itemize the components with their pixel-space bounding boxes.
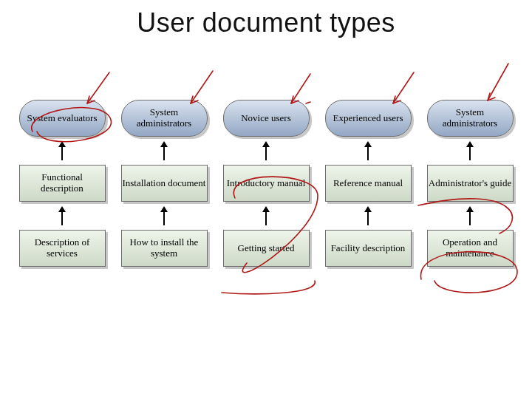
- svg-line-0: [87, 72, 109, 103]
- purpose-box: Facility description: [325, 230, 412, 267]
- diagram: System evaluators Functional description…: [18, 100, 514, 267]
- document-box: Introductory manual: [223, 165, 310, 202]
- column-4: System administrators Administrator's gu…: [426, 100, 514, 267]
- purpose-box: Description of services: [19, 230, 106, 267]
- svg-line-2: [291, 74, 310, 103]
- purpose-box: Getting started: [223, 230, 310, 267]
- purpose-box: Operation and maintenance: [427, 230, 514, 267]
- tick-arrow-icon: [191, 71, 213, 103]
- audience-pill: Experienced users: [325, 100, 412, 137]
- audience-pill: Novice users: [223, 100, 310, 137]
- audience-pill: System evaluators: [19, 100, 106, 137]
- purpose-box: How to install the system: [121, 230, 208, 267]
- document-box: Installation document: [121, 165, 208, 202]
- audience-pill: System administrators: [121, 100, 208, 137]
- columns: System evaluators Functional description…: [18, 100, 514, 267]
- circle-annotation-icon: [222, 281, 315, 294]
- audience-pill: System administrators: [427, 100, 514, 137]
- svg-line-4: [393, 72, 414, 103]
- svg-line-1: [191, 71, 213, 103]
- column-0: System evaluators Functional description…: [18, 100, 106, 267]
- page-title: User document types: [0, 7, 532, 38]
- column-3: Experienced users Reference manual Facil…: [324, 100, 412, 267]
- document-box: Functional description: [19, 165, 106, 202]
- tick-arrow-icon: [393, 72, 414, 103]
- column-2: Novice users Introductory manual Getting…: [222, 100, 310, 267]
- column-1: System administrators Installation docum…: [120, 100, 208, 267]
- tick-arrow-icon: [291, 74, 310, 103]
- document-box: Reference manual: [325, 165, 412, 202]
- tick-arrow-icon: [488, 64, 508, 100]
- document-box: Administrator's guide: [427, 165, 514, 202]
- tick-arrow-icon: [87, 72, 109, 103]
- svg-line-5: [488, 64, 508, 100]
